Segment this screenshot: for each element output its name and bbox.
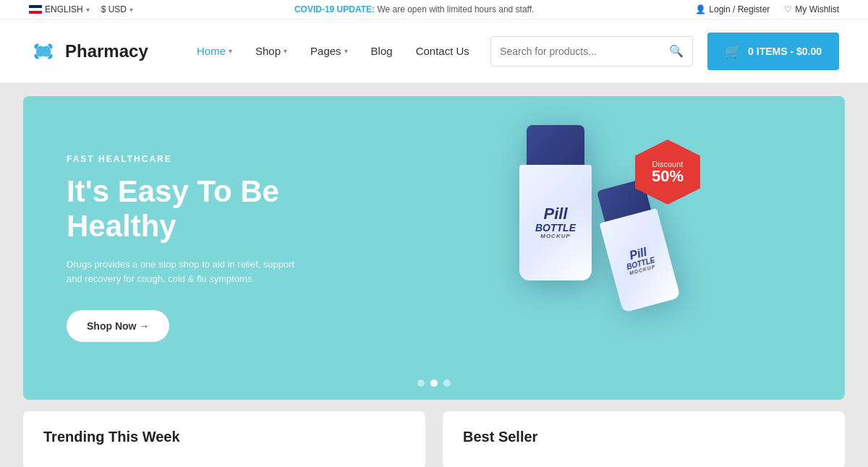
header: Pharmacy Home ▾ Shop ▾ Pages ▾ Blog Cont… bbox=[0, 20, 868, 83]
nav-pages[interactable]: Pages ▾ bbox=[310, 45, 348, 57]
cart-icon: 🛒 bbox=[725, 43, 741, 59]
covid-label: COVID-19 UPDATE: bbox=[294, 4, 375, 14]
hero-image: Pill BOTTLE MOCKUP Pill BOTTLE MOCKUP bbox=[440, 96, 816, 400]
currency-label: $ USD bbox=[101, 4, 127, 14]
bottom-sections: Trending This Week Best Seller bbox=[23, 400, 845, 467]
main-nav: Home ▾ Shop ▾ Pages ▾ Blog Contact Us bbox=[174, 45, 473, 57]
nav-contact[interactable]: Contact Us bbox=[416, 45, 469, 57]
trending-card: Trending This Week bbox=[23, 411, 425, 467]
dot-1[interactable] bbox=[417, 380, 425, 387]
discount-shape: Discount 50% bbox=[635, 140, 700, 205]
nav-blog[interactable]: Blog bbox=[371, 45, 393, 57]
currency-selector[interactable]: $ USD ▾ bbox=[101, 4, 133, 14]
logo-icon bbox=[29, 37, 58, 66]
logo-area[interactable]: Pharmacy bbox=[29, 37, 174, 66]
nav-home[interactable]: Home ▾ bbox=[197, 45, 232, 57]
home-chevron-icon: ▾ bbox=[229, 47, 232, 55]
logo-text: Pharmacy bbox=[65, 41, 148, 61]
bottle-cap-main bbox=[527, 125, 584, 165]
hero-content: FAST HEALTHCARE It's Easy To Be Healthy … bbox=[67, 154, 312, 342]
bottle-body-main: Pill BOTTLE MOCKUP bbox=[519, 165, 592, 280]
hero-description: Drugs provides a one stop shop to aid in… bbox=[67, 257, 312, 288]
dot-2[interactable] bbox=[430, 380, 438, 387]
covid-banner: COVID-19 UPDATE: We are open with limite… bbox=[133, 4, 695, 14]
pill-label-main: Pill BOTTLE MOCKUP bbox=[535, 205, 576, 240]
hero-label: FAST HEALTHCARE bbox=[67, 154, 312, 164]
top-bar-right: 👤 Login / Register ♡ My Wishlist bbox=[695, 4, 839, 14]
dot-3[interactable] bbox=[443, 380, 451, 387]
hero-dots bbox=[417, 380, 451, 387]
login-register-link[interactable]: 👤 Login / Register bbox=[695, 4, 770, 14]
discount-percent: 50% bbox=[652, 168, 684, 184]
bottle-group: Pill BOTTLE MOCKUP Pill BOTTLE MOCKUP bbox=[461, 111, 794, 385]
bestseller-card: Best Seller bbox=[443, 411, 845, 467]
hero-banner: FAST HEALTHCARE It's Easy To Be Healthy … bbox=[23, 96, 845, 400]
language-selector[interactable]: ENGLISH ▾ bbox=[29, 4, 90, 14]
hero-title: It's Easy To Be Healthy bbox=[67, 174, 312, 244]
bottle-body-secondary: Pill BOTTLE MOCKUP bbox=[600, 208, 681, 313]
pill-label-secondary: Pill BOTTLE MOCKUP bbox=[623, 244, 658, 277]
search-area[interactable]: 🔍 bbox=[490, 36, 693, 67]
heart-icon: ♡ bbox=[784, 4, 792, 14]
search-icon[interactable]: 🔍 bbox=[669, 44, 684, 58]
cart-label: 0 ITEMS - $0.00 bbox=[748, 46, 822, 57]
flag-icon bbox=[29, 5, 42, 14]
shop-now-button[interactable]: Shop Now → bbox=[67, 310, 169, 342]
user-icon: 👤 bbox=[695, 4, 706, 14]
wishlist-label: My Wishlist bbox=[795, 4, 839, 14]
shop-chevron-icon: ▾ bbox=[284, 47, 287, 55]
covid-message: We are open with limited hours and staff… bbox=[377, 4, 534, 14]
bestseller-title: Best Seller bbox=[463, 429, 825, 445]
lang-chevron-icon: ▾ bbox=[86, 6, 90, 14]
language-label: ENGLISH bbox=[45, 4, 83, 14]
main-bottle: Pill BOTTLE MOCKUP bbox=[519, 125, 592, 280]
cart-button[interactable]: 🛒 0 ITEMS - $0.00 bbox=[707, 33, 839, 70]
pages-chevron-icon: ▾ bbox=[344, 47, 348, 55]
top-bar: ENGLISH ▾ $ USD ▾ COVID-19 UPDATE: We ar… bbox=[0, 0, 868, 20]
discount-badge: Discount 50% bbox=[635, 140, 700, 205]
login-label: Login / Register bbox=[709, 4, 770, 14]
top-bar-left: ENGLISH ▾ $ USD ▾ bbox=[29, 4, 133, 14]
nav-shop[interactable]: Shop ▾ bbox=[255, 45, 287, 57]
search-input[interactable] bbox=[500, 46, 669, 57]
wishlist-link[interactable]: ♡ My Wishlist bbox=[784, 4, 839, 14]
trending-title: Trending This Week bbox=[43, 429, 405, 445]
